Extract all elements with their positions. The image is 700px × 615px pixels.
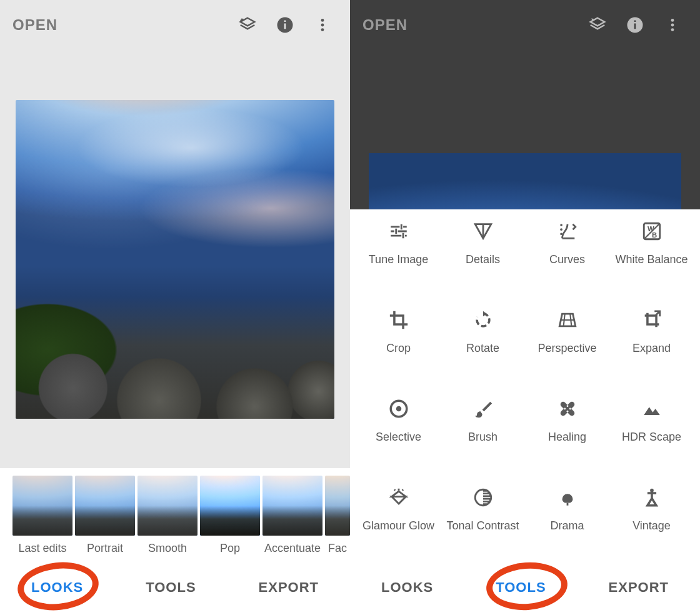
svg-point-13 (560, 228, 562, 231)
tool-label: Glamour Glow (362, 519, 434, 533)
curves-icon (557, 221, 578, 242)
tool-drama[interactable]: Drama (525, 478, 609, 557)
look-item[interactable]: Last edits (12, 476, 72, 555)
wb-icon: WB (641, 221, 662, 242)
brush-icon (472, 398, 494, 419)
tab-export[interactable]: EXPORT (598, 574, 680, 601)
tool-label: Curves (549, 253, 585, 267)
tab-tools[interactable]: TOOLS (134, 574, 207, 601)
tool-healing[interactable]: Healing (525, 389, 609, 468)
look-thumb (138, 476, 198, 536)
rotate-icon (472, 309, 494, 331)
tool-crop[interactable]: Crop (356, 301, 441, 379)
tool-perspective[interactable]: Perspective (525, 301, 609, 379)
svg-point-25 (569, 408, 571, 410)
tool-brush[interactable]: Brush (441, 389, 525, 468)
tool-white-balance[interactable]: WB White Balance (609, 212, 694, 291)
info-icon[interactable] (270, 10, 300, 40)
perspective-icon (557, 309, 578, 331)
look-label: Fac (325, 542, 350, 555)
svg-point-27 (650, 489, 654, 492)
look-item[interactable]: Fac (325, 476, 350, 555)
svg-point-23 (566, 411, 568, 412)
tab-export[interactable]: EXPORT (248, 574, 330, 601)
tool-tune-image[interactable]: Tune Image (356, 212, 441, 291)
svg-text:B: B (652, 231, 657, 239)
svg-rect-7 (634, 24, 636, 29)
tool-label: Selective (376, 431, 421, 444)
look-item[interactable]: Pop (200, 476, 260, 555)
tool-curves[interactable]: Curves (525, 212, 609, 291)
bottom-tabs: LOOKS TOOLS EXPORT (0, 560, 350, 615)
tool-label: Expand (632, 342, 671, 356)
svg-point-3 (321, 19, 324, 22)
tool-glamour-glow[interactable]: Glamour Glow (356, 478, 441, 557)
healing-icon (557, 398, 578, 419)
tool-label: HDR Scape (622, 431, 681, 444)
look-label: Smooth (138, 542, 198, 555)
layers-undo-icon[interactable] (582, 10, 612, 40)
tab-tools[interactable]: TOOLS (484, 574, 557, 601)
more-vert-icon[interactable] (308, 10, 338, 40)
vintage-icon (641, 487, 662, 508)
tool-vintage[interactable]: Vintage (609, 478, 694, 557)
details-icon (472, 221, 494, 242)
tool-label: Healing (548, 431, 586, 444)
tool-label: Perspective (538, 342, 596, 356)
tool-label: Tune Image (369, 253, 428, 267)
look-label: Pop (200, 542, 260, 555)
looks-strip: Last edits Portrait Smooth Pop Accentuat… (0, 468, 350, 560)
main-photo[interactable] (16, 100, 334, 419)
tool-label: Details (466, 253, 500, 267)
svg-point-11 (671, 28, 674, 31)
svg-point-4 (321, 24, 324, 27)
svg-point-9 (671, 19, 674, 22)
tool-rotate[interactable]: Rotate (441, 301, 525, 379)
layers-undo-icon[interactable] (232, 10, 262, 40)
svg-rect-2 (284, 21, 286, 22)
svg-point-10 (671, 24, 674, 27)
svg-point-12 (560, 224, 562, 226)
more-vert-icon[interactable] (658, 10, 688, 40)
look-item[interactable]: Accentuate (262, 476, 322, 555)
topbar: OPEN (350, 0, 700, 50)
canvas-area (0, 50, 350, 431)
tool-tonal-contrast[interactable]: Tonal Contrast (441, 478, 525, 557)
svg-rect-8 (634, 21, 636, 22)
svg-point-19 (396, 406, 401, 412)
tool-details[interactable]: Details (441, 212, 525, 291)
look-thumb (200, 476, 260, 536)
look-label: Last edits (12, 542, 72, 555)
look-thumb (12, 476, 72, 536)
look-label: Accentuate (262, 542, 322, 555)
drama-icon (557, 487, 578, 508)
tool-selective[interactable]: Selective (356, 389, 441, 468)
tonal-icon (472, 487, 494, 508)
screenshot-left: OPEN Last edits Portrait Smoot (0, 0, 350, 615)
tool-label: Brush (468, 431, 498, 444)
tool-label: White Balance (615, 253, 688, 267)
open-button[interactable]: OPEN (12, 16, 58, 34)
tool-hdr-scape[interactable]: HDR Scape (609, 389, 694, 468)
svg-point-22 (566, 405, 568, 407)
tool-expand[interactable]: Expand (609, 301, 694, 379)
topbar: OPEN (0, 0, 350, 50)
info-icon[interactable] (620, 10, 650, 40)
tab-looks[interactable]: LOOKS (370, 574, 444, 601)
open-button[interactable]: OPEN (362, 16, 408, 34)
bottom-tabs: LOOKS TOOLS EXPORT (350, 560, 700, 615)
look-item[interactable]: Smooth (138, 476, 198, 555)
look-thumb (75, 476, 135, 536)
tools-sheet: Tune Image Details Curves WB White Balan… (350, 209, 700, 560)
glow-icon (388, 487, 409, 508)
tool-label: Tonal Contrast (446, 519, 519, 533)
selective-icon (388, 398, 409, 419)
expand-icon (641, 309, 662, 331)
look-label: Portrait (75, 542, 135, 555)
svg-rect-1 (284, 24, 286, 29)
tab-looks[interactable]: LOOKS (20, 574, 94, 601)
svg-point-24 (564, 408, 566, 410)
tool-label: Vintage (632, 519, 671, 533)
look-item[interactable]: Portrait (75, 476, 135, 555)
screenshot-right: OPEN Tune Image Details Curves (350, 0, 700, 615)
